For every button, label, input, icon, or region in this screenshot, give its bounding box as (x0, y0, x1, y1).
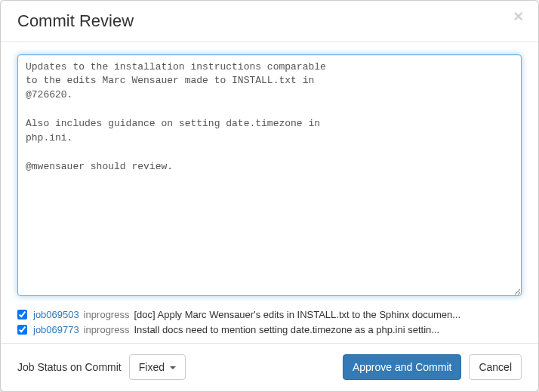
close-button[interactable]: × (509, 7, 528, 26)
job-status-value: Fixed (139, 361, 165, 373)
job-checkbox[interactable] (17, 310, 27, 319)
job-row: job069773 inprogress Install docs need t… (17, 323, 522, 338)
job-id-link[interactable]: job069503 (33, 307, 79, 323)
modal-title: Commit Review (17, 11, 527, 32)
cancel-button[interactable]: Cancel (469, 354, 522, 380)
job-id-link[interactable]: job069773 (33, 323, 79, 338)
chevron-down-icon (170, 366, 176, 369)
close-icon: × (513, 7, 523, 26)
modal-body: job069503 inprogress [doc] Apply Marc We… (1, 42, 538, 343)
job-status-dropdown[interactable]: Fixed (129, 354, 186, 380)
approve-and-commit-button[interactable]: Approve and Commit (343, 354, 462, 380)
modal-header: Commit Review × (1, 1, 538, 42)
job-status-label: Job Status on Commit (17, 361, 122, 373)
job-checkbox[interactable] (17, 325, 27, 335)
jobs-list: job069503 inprogress [doc] Apply Marc We… (17, 307, 522, 338)
job-row: job069503 inprogress [doc] Apply Marc We… (17, 307, 522, 323)
commit-review-modal: Commit Review × job069503 inprogress [do… (0, 0, 539, 392)
job-description: Install docs need to mention setting dat… (134, 323, 522, 338)
job-status: inprogress (84, 307, 130, 323)
modal-footer: Job Status on Commit Fixed Approve and C… (1, 343, 538, 391)
commit-message-textarea[interactable] (17, 54, 522, 296)
job-status: inprogress (84, 323, 130, 338)
job-description: [doc] Apply Marc Wensauer's edits in INS… (134, 307, 522, 323)
